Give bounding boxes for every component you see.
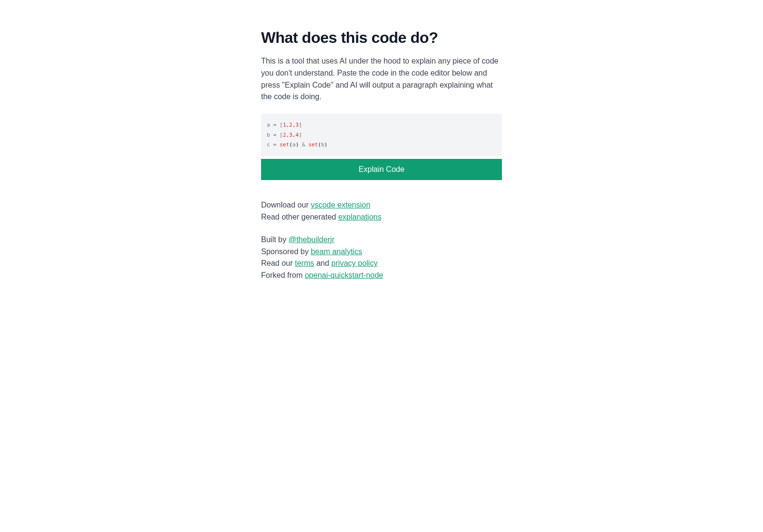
explain-code-button[interactable]: Explain Code bbox=[261, 159, 502, 180]
description-text: This is a tool that uses AI under the ho… bbox=[261, 55, 502, 103]
sponsor-link[interactable]: beam analytics bbox=[311, 247, 362, 256]
main-container: What does this code do? This is a tool t… bbox=[261, 0, 502, 282]
terms-line: Read our terms and privacy policy bbox=[261, 258, 502, 270]
sponsored-by-line: Sponsored by beam analytics bbox=[261, 246, 502, 258]
explanations-link[interactable]: explanations bbox=[338, 213, 382, 221]
forked-from-link[interactable]: openai-quickstart-node bbox=[305, 271, 383, 279]
built-by-line: Built by @thebuilderjr bbox=[261, 234, 502, 246]
privacy-link[interactable]: privacy policy bbox=[331, 259, 378, 267]
credits-block: Built by @thebuilderjr Sponsored by beam… bbox=[261, 234, 502, 282]
builder-link[interactable]: @thebuilderjr bbox=[289, 235, 334, 244]
explanations-line: Read other generated explanations bbox=[261, 211, 502, 223]
download-line: Download our vscode extension bbox=[261, 199, 502, 211]
terms-link[interactable]: terms bbox=[295, 259, 314, 267]
code-editor[interactable]: a = [1,2,3] b = [2,3,4] c = set(a) & set… bbox=[261, 114, 502, 156]
vscode-extension-link[interactable]: vscode extension bbox=[311, 201, 370, 209]
forked-line: Forked from openai-quickstart-node bbox=[261, 270, 502, 282]
page-title: What does this code do? bbox=[261, 29, 502, 47]
resources-block: Download our vscode extension Read other… bbox=[261, 199, 502, 223]
